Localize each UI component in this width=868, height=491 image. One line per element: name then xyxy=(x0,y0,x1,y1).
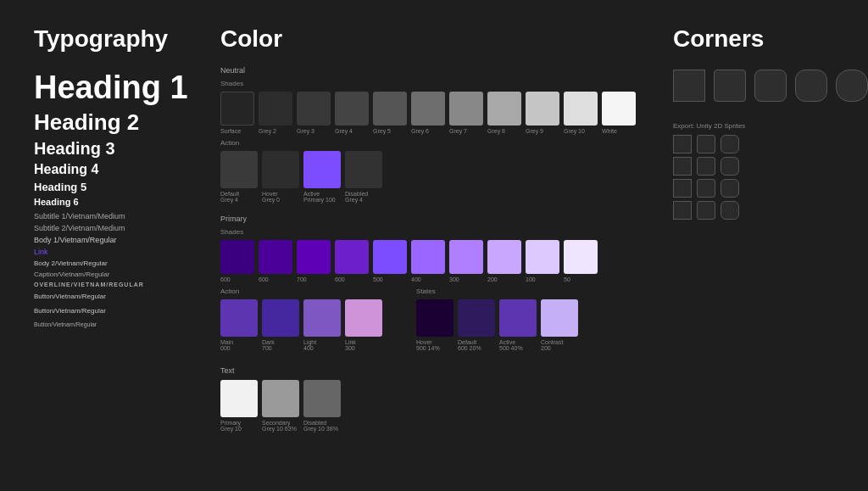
body2-example: Body 2/Vietnam/Regular xyxy=(34,259,203,267)
swatch-p600c: 600 xyxy=(335,240,369,282)
corners-section: Corners Export: Unity 2D Sprites xyxy=(648,25,834,444)
heading4-example: Heading 4 xyxy=(34,162,203,177)
heading1-example: Heading 1 xyxy=(34,70,203,106)
color-title: Color xyxy=(220,25,648,53)
typography-section: Typography Heading 1 Heading 2 Heading 3… xyxy=(34,25,203,444)
swatch-grey7: Grey 7 xyxy=(449,92,483,134)
color-section: Color Neutral Shades Surface Grey 2 Grey… xyxy=(203,25,648,444)
button1-example: Button/Vietnam/Regular xyxy=(34,293,203,300)
swatch-grey3: Grey 3 xyxy=(297,92,331,134)
export-row-3 xyxy=(673,179,834,198)
typography-title: Typography xyxy=(34,25,203,53)
heading2-example: Heading 2 xyxy=(34,109,203,136)
swatch-grey2: Grey 2 xyxy=(259,92,292,134)
swatch-text-secondary: Secondary Grey 10 63% xyxy=(262,380,299,432)
export-row-2 xyxy=(673,157,834,176)
primary-states-row: Hover 900 14% Default 600 20% Active 500… xyxy=(416,299,578,351)
swatch-active: Active Primary 100 xyxy=(303,151,341,203)
primary-action-label: Action xyxy=(220,287,382,295)
swatch-contrast-state: Contrast 200 xyxy=(541,299,578,351)
swatch-surface: Surface xyxy=(220,92,254,134)
overline-example: OVERLINE/VIETNAM/REGULAR xyxy=(34,282,203,287)
swatch-default-state: Default 600 20% xyxy=(458,299,495,351)
caption-example: Caption/Vietnam/Regular xyxy=(34,271,203,278)
swatch-grey8: Grey 8 xyxy=(487,92,521,134)
primary-action-group: Action Main 000 Dark 700 xyxy=(220,287,382,354)
primary-block: Primary Shades 600 600 700 600 xyxy=(220,215,648,354)
primary-states-group: States Hover 900 14% Default 600 20% xyxy=(416,287,578,354)
neutral-action-row: Default Grey 4 Hover Grey 0 Active Prima… xyxy=(220,151,648,203)
subtitle2-example: Subtitle 2/Vietnam/Medium xyxy=(34,224,203,232)
subtitle1-example: Subtitle 1/Vietnam/Medium xyxy=(34,212,203,220)
primary-states-label: States xyxy=(416,287,578,295)
swatch-p100: 100 xyxy=(526,240,559,282)
heading6-example: Heading 6 xyxy=(34,197,203,207)
neutral-block: Neutral Shades Surface Grey 2 Grey 3 Gre xyxy=(220,66,648,203)
swatch-grey4: Grey 4 xyxy=(335,92,369,134)
button3-example: Button/Vietnam/Regular xyxy=(34,321,203,327)
corner-8 xyxy=(754,70,787,102)
swatch-p600b: 600 xyxy=(259,240,292,282)
export-label: Export: Unity 2D Sprites xyxy=(673,122,834,130)
neutral-shades-label: Shades xyxy=(220,80,648,87)
swatch-white: White xyxy=(602,92,636,134)
swatch-text-primary: Primary Grey 10 xyxy=(220,380,258,432)
swatch-light: Light 400 xyxy=(303,299,341,351)
primary-action-row: Main 000 Dark 700 Light 400 xyxy=(220,299,382,351)
swatch-grey5: Grey 5 xyxy=(373,92,407,134)
export-row-1 xyxy=(673,135,834,153)
primary-shades-label: Shades xyxy=(220,228,648,236)
swatch-link: Link 300 xyxy=(345,299,382,351)
swatch-p300: 300 xyxy=(449,240,483,282)
body1-example: Body 1/Vietnam/Regular xyxy=(34,236,203,244)
button2-example: Button/Vietnam/Regular xyxy=(34,307,203,315)
text-label: Text xyxy=(220,366,648,375)
primary-label: Primary xyxy=(220,215,648,223)
corner-4 xyxy=(714,70,746,102)
swatch-hover-state: Hover 900 14% xyxy=(416,299,453,351)
swatch-p700: 700 xyxy=(297,240,331,282)
heading5-example: Heading 5 xyxy=(34,181,203,193)
export-row-4 xyxy=(673,201,834,220)
swatch-grey9: Grey 9 xyxy=(526,92,559,134)
swatch-p50: 50 xyxy=(564,240,598,282)
neutral-label: Neutral xyxy=(220,66,648,75)
swatch-p200: 200 xyxy=(487,240,521,282)
swatch-default: Default Grey 4 xyxy=(220,151,258,203)
neutral-action-label: Action xyxy=(220,139,648,147)
primary-shades-row: 600 600 700 600 500 xyxy=(220,240,648,282)
swatch-text-disabled: Disabled Grey 10 38% xyxy=(303,380,341,432)
swatch-p500: 500 xyxy=(373,240,407,282)
heading3-example: Heading 3 xyxy=(34,139,203,159)
neutral-shades-row: Surface Grey 2 Grey 3 Grey 4 Grey 5 xyxy=(220,92,648,134)
link-example: Link xyxy=(34,248,203,256)
swatch-hover: Hover Grey 0 xyxy=(262,151,299,203)
swatch-dark: Dark 700 xyxy=(262,299,299,351)
swatch-active-state: Active 500 40% xyxy=(499,299,537,351)
swatch-main: Main 000 xyxy=(220,299,258,351)
corner-0 xyxy=(673,70,705,102)
swatch-disabled: Disabled Grey 4 xyxy=(345,151,382,203)
corner-12 xyxy=(795,70,827,102)
text-colors-row: Primary Grey 10 Secondary Grey 10 63% Di… xyxy=(220,380,648,432)
swatch-p400: 400 xyxy=(411,240,445,282)
swatch-grey6: Grey 6 xyxy=(411,92,445,134)
corner-16 xyxy=(836,70,868,102)
corner-preview-row xyxy=(673,70,834,102)
corners-title: Corners xyxy=(673,25,834,53)
text-block: Text Primary Grey 10 Secondary Grey 10 6… xyxy=(220,366,648,432)
swatch-p600a: 600 xyxy=(220,240,254,282)
swatch-grey10: Grey 10 xyxy=(564,92,598,134)
